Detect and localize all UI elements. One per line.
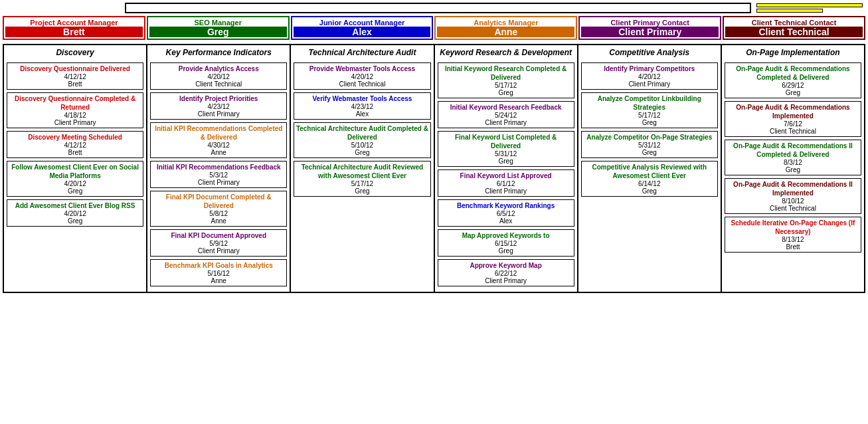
task-card-1-4: Final KPI Document Completed & Delivered…: [150, 191, 287, 227]
column-0: Discovery Discovery Questionnaire Delive…: [4, 45, 147, 293]
task-date-5-3: 8/10/12: [727, 197, 859, 205]
title-box: [125, 3, 751, 13]
task-owner-2-1: Alex: [296, 110, 428, 118]
task-title-1-6: Benchmark KPI Goals in Analytics: [152, 261, 285, 270]
task-title-2-1: Verify Webmaster Tools Access: [296, 94, 428, 103]
role-title-cpc: Client Primary Contact: [581, 19, 719, 27]
task-card-2-3: Technical Architecture Audit Reviewed wi…: [294, 161, 430, 197]
col-header-2: Technical Architecture Audit: [294, 48, 430, 58]
task-owner-1-2: Anne: [152, 149, 285, 156]
task-card-3-0: Initial Keyword Research Completed & Del…: [438, 62, 574, 98]
task-date-0-4: 4/20/12: [9, 210, 141, 217]
task-title-1-0: Provide Analytics Access: [152, 64, 285, 73]
task-date-1-4: 5/8/12: [152, 210, 285, 217]
role-cpc: Client Primary Contact Client Primary: [578, 16, 721, 40]
task-card-0-4: Add Awesomest Client Ever Blog RSS 4/20/…: [7, 199, 143, 227]
task-title-0-0: Discovery Questionnaire Delivered: [9, 64, 141, 73]
task-card-3-2: Final Keyword List Completed & Delivered…: [438, 131, 574, 167]
column-4: Competitive Analysis Identify Primary Co…: [578, 45, 722, 293]
task-date-3-0: 5/17/12: [440, 82, 572, 89]
task-title-1-3: Initial KPI Recommendations Feedback: [152, 163, 285, 171]
task-card-0-2: Discovery Meeting Scheduled 4/12/12 Bret…: [7, 131, 143, 158]
task-card-1-1: Identify Project Priorities 4/23/12 Clie…: [150, 92, 287, 120]
task-card-0-1: Discovery Questionnaire Completed & Retu…: [7, 92, 143, 128]
task-date-3-5: 6/15/12: [440, 240, 572, 247]
column-5: On-Page Implementation On-Page Audit & R…: [722, 45, 865, 293]
task-owner-2-0: Client Technical: [296, 80, 428, 88]
kickoff-date: [756, 9, 823, 13]
task-card-4-3: Competitive Analysis Reviewed with Aweso…: [581, 161, 718, 197]
task-owner-5-2: Greg: [727, 166, 859, 173]
task-owner-1-3: Client Primary: [152, 179, 285, 186]
task-card-4-0: Identify Primary Competitors 4/20/12 Cli…: [581, 62, 718, 90]
task-date-2-2: 5/10/12: [296, 142, 428, 149]
task-owner-3-1: Client Primary: [440, 119, 572, 126]
task-owner-4-3: Greg: [583, 187, 716, 195]
task-title-2-3: Technical Architecture Audit Reviewed wi…: [296, 163, 428, 180]
task-date-5-1: 7/6/12: [727, 120, 859, 128]
col-header-3: Keyword Research & Development: [438, 48, 574, 58]
task-title-5-4: Schedule Iterative On-Page Changes (If N…: [727, 219, 859, 236]
task-owner-0-1: Client Primary: [9, 119, 141, 126]
task-owner-1-0: Client Technical: [152, 80, 285, 88]
task-date-1-0: 4/20/12: [152, 73, 285, 80]
task-title-5-0: On-Page Audit & Recommendations Complete…: [727, 64, 859, 82]
task-title-5-3: On-Page Audit & Recommendations II Imple…: [727, 180, 859, 197]
task-title-4-3: Competitive Analysis Reviewed with Aweso…: [583, 163, 716, 180]
task-title-3-2: Final Keyword List Completed & Delivered: [440, 133, 572, 150]
task-date-2-1: 4/23/12: [296, 103, 428, 110]
role-am: Analytics Manager Anne: [434, 16, 577, 40]
col-header-5: On-Page Implementation: [725, 48, 861, 58]
task-date-3-4: 6/5/12: [440, 210, 572, 217]
task-title-0-3: Follow Awesomest Client Ever on Social M…: [9, 163, 141, 180]
task-owner-5-3: Client Technical: [727, 205, 859, 212]
task-owner-4-1: Greg: [583, 119, 716, 126]
task-date-2-0: 4/20/12: [296, 73, 428, 80]
role-name-am: Anne: [437, 27, 574, 37]
task-owner-1-5: Client Primary: [152, 247, 285, 255]
task-title-3-4: Benchmark Keyword Rankings: [440, 201, 572, 210]
task-owner-0-3: Greg: [9, 187, 141, 195]
task-owner-1-1: Client Primary: [152, 110, 285, 118]
task-date-4-2: 5/31/12: [583, 142, 716, 149]
role-seo: SEO Manager Greg: [147, 16, 290, 40]
task-title-5-1: On-Page Audit & Recommendations Implemen…: [727, 103, 859, 120]
task-card-5-3: On-Page Audit & Recommendations II Imple…: [725, 178, 861, 214]
task-date-1-5: 5/9/12: [152, 240, 285, 247]
col-header-0: Discovery: [7, 48, 143, 58]
task-title-1-1: Identify Project Priorities: [152, 94, 285, 103]
task-date-0-1: 4/18/12: [9, 112, 141, 119]
columns-grid: Discovery Discovery Questionnaire Delive…: [3, 44, 865, 293]
role-name-seo: Greg: [149, 27, 287, 37]
task-owner-3-3: Client Primary: [440, 187, 572, 195]
role-title-am: Analytics Manager: [437, 19, 574, 27]
task-card-5-4: Schedule Iterative On-Page Changes (If N…: [725, 217, 861, 253]
task-card-5-2: On-Page Audit & Recommendations II Compl…: [725, 140, 861, 175]
role-name-cpc: Client Primary: [581, 27, 719, 37]
client-name: [756, 3, 863, 7]
task-card-2-0: Provide Webmaster Tools Access 4/20/12 C…: [294, 62, 430, 90]
role-jam: Junior Account Manager Alex: [291, 16, 434, 40]
col-header-4: Competitive Analysis: [581, 48, 718, 58]
task-date-4-0: 4/20/12: [583, 73, 716, 80]
task-owner-1-4: Anne: [152, 217, 285, 225]
task-title-1-5: Final KPI Document Approved: [152, 231, 285, 240]
task-date-5-4: 8/13/12: [727, 236, 859, 243]
task-date-1-2: 4/30/12: [152, 142, 285, 149]
task-card-2-2: Technical Architecture Audit Completed &…: [294, 122, 430, 158]
role-title-ctc: Client Technical Contact: [725, 19, 863, 27]
task-owner-3-2: Greg: [440, 158, 572, 165]
task-title-3-0: Initial Keyword Research Completed & Del…: [440, 64, 572, 82]
task-card-0-3: Follow Awesomest Client Ever on Social M…: [7, 161, 143, 197]
task-title-0-1: Discovery Questionnaire Completed & Retu…: [9, 94, 141, 112]
task-card-1-5: Final KPI Document Approved 5/9/12 Clien…: [150, 229, 287, 257]
task-card-3-4: Benchmark Keyword Rankings 6/5/12 Alex: [438, 199, 574, 227]
task-date-0-3: 4/20/12: [9, 180, 141, 187]
task-card-2-1: Verify Webmaster Tools Access 4/23/12 Al…: [294, 92, 430, 120]
roles-row: Project Account Manager Brett SEO Manage…: [3, 16, 865, 40]
task-owner-0-2: Brett: [9, 149, 141, 156]
task-card-3-6: Approve Keyword Map 6/22/12 Client Prima…: [438, 259, 574, 286]
task-card-4-1: Analyze Competitor Linkbuilding Strategi…: [581, 92, 718, 128]
task-owner-1-6: Anne: [152, 277, 285, 284]
task-title-1-4: Final KPI Document Completed & Delivered: [152, 193, 285, 210]
